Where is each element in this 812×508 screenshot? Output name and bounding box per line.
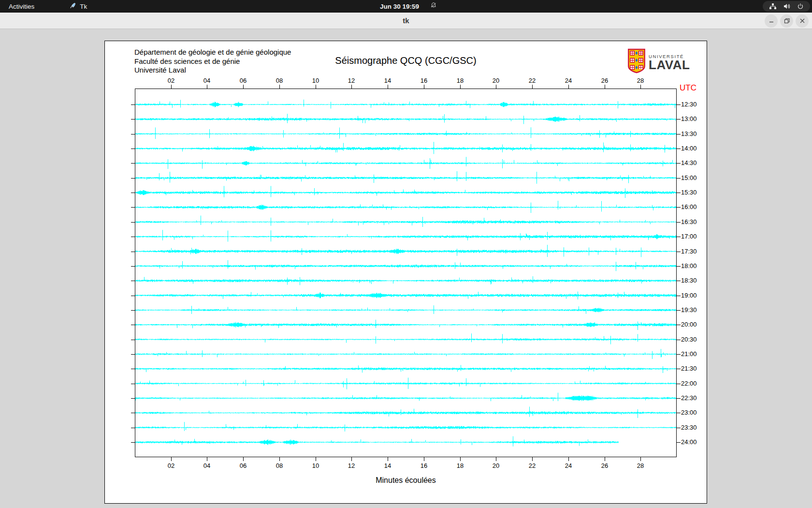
window-titlebar[interactable]: tk (0, 13, 812, 29)
x-tick-top (279, 85, 280, 89)
utc-time-label: 13:00 (681, 115, 703, 123)
trace-tick-right (677, 237, 681, 237)
x-tick-bottom (424, 457, 424, 461)
trace-tick-right (677, 149, 681, 149)
utc-time-label: 14:00 (681, 145, 703, 152)
volume-icon (783, 3, 791, 10)
x-tick-label-bottom: 10 (308, 462, 323, 469)
clock-button[interactable]: Jun 30 19:59 (375, 0, 424, 13)
gnome-top-bar: Activities Tk Jun 30 19:59 (0, 0, 812, 13)
x-tick-label-bottom: 28 (633, 462, 648, 469)
x-tick-label-top: 10 (308, 77, 323, 84)
trace-tick-left (131, 428, 135, 428)
trace-tick-left (131, 325, 135, 325)
x-tick-label-bottom: 24 (561, 462, 576, 469)
x-tick-label-bottom: 02 (164, 462, 178, 469)
x-tick-bottom (243, 457, 244, 461)
trace-tick-right (677, 354, 681, 355)
utc-time-label: 22:00 (681, 380, 703, 388)
utc-time-label: 23:30 (681, 424, 703, 432)
x-tick-label-top: 20 (489, 77, 503, 84)
trace-tick-left (131, 149, 135, 149)
trace-tick-left (131, 413, 135, 413)
x-tick-bottom (640, 457, 641, 461)
trace-tick-right (677, 310, 681, 311)
trace-tick-right (677, 105, 681, 105)
laval-shield-icon (628, 48, 645, 75)
x-tick-label-top: 06 (236, 77, 250, 84)
trace-tick-left (131, 252, 135, 252)
trace-tick-right (677, 369, 681, 369)
x-tick-label-top: 14 (380, 77, 395, 84)
trace-tick-right (677, 398, 681, 399)
desktop: Activities Tk Jun 30 19:59 (0, 0, 812, 508)
trace-tick-right (677, 119, 681, 120)
network-wired-icon (769, 3, 777, 10)
trace-tick-right (677, 222, 681, 223)
utc-time-label: 23:00 (681, 409, 703, 417)
trace-tick-right (677, 281, 681, 281)
trace-tick-left (131, 442, 135, 443)
trace-tick-left (131, 222, 135, 223)
trace-tick-right (677, 428, 681, 428)
utc-time-label: 16:00 (681, 203, 703, 211)
x-tick-top (316, 85, 316, 89)
x-tick-label-top: 02 (164, 77, 178, 84)
x-tick-top (388, 85, 388, 89)
trace-tick-left (131, 134, 135, 134)
utc-time-label: 20:00 (681, 321, 703, 329)
x-tick-bottom (351, 457, 352, 461)
utc-time-label: 14:30 (681, 159, 703, 167)
close-button[interactable] (796, 15, 809, 28)
x-tick-label-top: 18 (453, 77, 467, 84)
x-tick-label-top: 04 (200, 77, 214, 84)
app-menu-tk[interactable]: Tk (64, 0, 92, 13)
x-tick-top (460, 85, 461, 89)
utc-time-label: 15:00 (681, 174, 703, 182)
seismograph-page: Département de géologie et de génie géol… (104, 41, 707, 504)
laval-wordmark: UNIVERSITÉ LAVAL (649, 54, 690, 71)
maximize-button[interactable] (780, 15, 793, 28)
window-title: tk (0, 13, 812, 29)
trace-tick-right (677, 252, 681, 252)
trace-tick-left (131, 354, 135, 355)
trace-tick-right (677, 413, 681, 413)
activities-button[interactable]: Activities (4, 0, 39, 13)
x-tick-bottom (316, 457, 316, 461)
utc-time-label: 20:30 (681, 336, 703, 344)
utc-time-label: 19:30 (681, 306, 703, 314)
x-tick-label-top: 22 (525, 77, 539, 84)
minimize-button[interactable] (765, 15, 778, 28)
x-tick-label-bottom: 08 (272, 462, 287, 469)
trace-tick-left (131, 266, 135, 267)
x-tick-top (171, 85, 172, 89)
x-tick-label-top: 26 (597, 77, 612, 84)
x-tick-bottom (171, 457, 172, 461)
x-tick-top (424, 85, 424, 89)
system-tray[interactable] (763, 1, 810, 12)
x-tick-bottom (279, 457, 280, 461)
app-menu-label: Tk (80, 3, 87, 10)
trace-tick-left (131, 163, 135, 164)
x-tick-label-bottom: 26 (597, 462, 612, 469)
trace-tick-left (131, 193, 135, 193)
x-tick-label-bottom: 14 (380, 462, 395, 469)
utc-time-label: 21:30 (681, 365, 703, 373)
seismogram-traces-canvas (135, 89, 676, 457)
utc-label: UTC (680, 83, 696, 93)
x-tick-bottom (460, 457, 461, 461)
trace-tick-left (131, 178, 135, 179)
utc-time-label: 17:00 (681, 233, 703, 240)
utc-time-label: 17:30 (681, 248, 703, 255)
trace-tick-left (131, 369, 135, 369)
x-tick-label-bottom: 06 (236, 462, 250, 469)
x-tick-bottom (532, 457, 533, 461)
trace-tick-right (677, 193, 681, 193)
x-tick-top (207, 85, 207, 89)
seismograph-title: Séismographe QCQ (CGC/GSC) (105, 55, 707, 66)
notifications-muted-bell-icon (430, 2, 437, 11)
trace-tick-right (677, 134, 681, 134)
x-tick-label-top: 24 (561, 77, 576, 84)
trace-tick-right (677, 384, 681, 384)
x-tick-top (640, 85, 641, 89)
